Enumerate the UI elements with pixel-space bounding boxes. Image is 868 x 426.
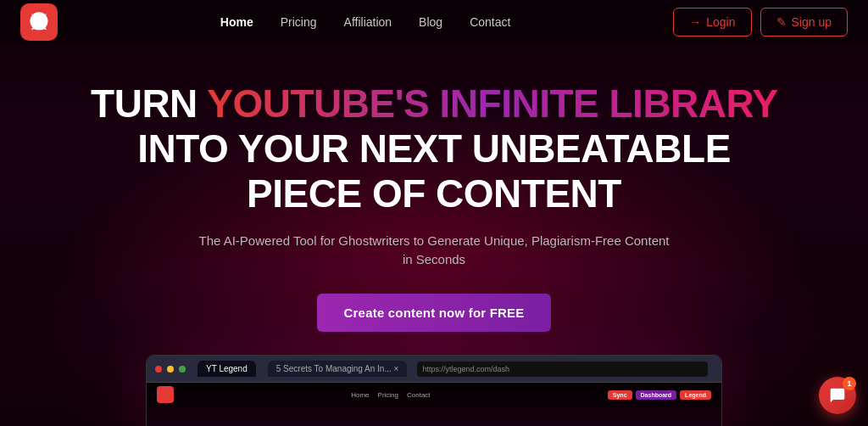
navbar-actions: → Login ✎ Sign up — [673, 8, 848, 36]
browser-tab-1[interactable]: YT Legend — [198, 361, 256, 377]
nav-home[interactable]: Home — [220, 15, 253, 29]
browser-minimize-dot — [167, 366, 174, 373]
inner-logo — [157, 386, 174, 403]
hero-subtitle: The AI-Powered Tool for Ghostwriters to … — [197, 232, 671, 270]
nav-affiliation[interactable]: Affiliation — [344, 15, 392, 29]
chat-badge: 1 — [843, 377, 856, 390]
hero-title: TURN YOUTUBE'S INFINITE LIBRARY INTO YOU… — [86, 81, 782, 216]
login-icon: → — [689, 15, 701, 29]
browser-close-dot — [155, 366, 162, 373]
signup-button[interactable]: ✎ Sign up — [760, 8, 848, 36]
logo[interactable] — [20, 3, 58, 41]
inner-dashboard-button[interactable]: Dashboard — [636, 390, 677, 400]
chat-bubble[interactable]: 1 — [819, 377, 856, 414]
nav-contact[interactable]: Contact — [470, 15, 510, 29]
navbar: Home Pricing Affiliation Blog Contact → … — [0, 0, 868, 44]
login-button[interactable]: → Login — [673, 8, 751, 36]
hero-section: TURN YOUTUBE'S INFINITE LIBRARY INTO YOU… — [0, 44, 868, 332]
inner-nav-pricing: Pricing — [378, 391, 398, 399]
inner-navbar: Home Pricing Contact Sync Dashboard Lege… — [147, 383, 721, 406]
inner-nav-links: Home Pricing Contact — [351, 391, 430, 399]
browser-mockup: YT Legend 5 Secrets To Managing An In...… — [146, 355, 722, 426]
browser-tab-2[interactable]: 5 Secrets To Managing An In... × — [268, 361, 408, 377]
inner-legend-button[interactable]: Legend — [680, 390, 711, 400]
nav-blog[interactable]: Blog — [419, 15, 442, 29]
nav-pricing[interactable]: Pricing — [281, 15, 317, 29]
inner-nav-home: Home — [351, 391, 369, 399]
inner-actions: Sync Dashboard Legend — [608, 390, 711, 400]
signup-icon: ✎ — [776, 15, 787, 29]
nav-links: Home Pricing Affiliation Blog Contact — [220, 15, 511, 29]
inner-sync-button[interactable]: Sync — [608, 390, 632, 400]
browser-expand-dot — [179, 366, 186, 373]
browser-url: https://ytlegend.com/dash — [422, 365, 509, 373]
browser-content: Home Pricing Contact Sync Dashboard Lege… — [147, 383, 721, 426]
browser-chrome: YT Legend 5 Secrets To Managing An In...… — [147, 356, 721, 383]
chat-icon — [829, 387, 846, 404]
cta-button[interactable]: Create content now for FREE — [317, 294, 552, 332]
browser-addressbar[interactable]: https://ytlegend.com/dash — [417, 362, 708, 377]
inner-nav-contact: Contact — [407, 391, 431, 399]
